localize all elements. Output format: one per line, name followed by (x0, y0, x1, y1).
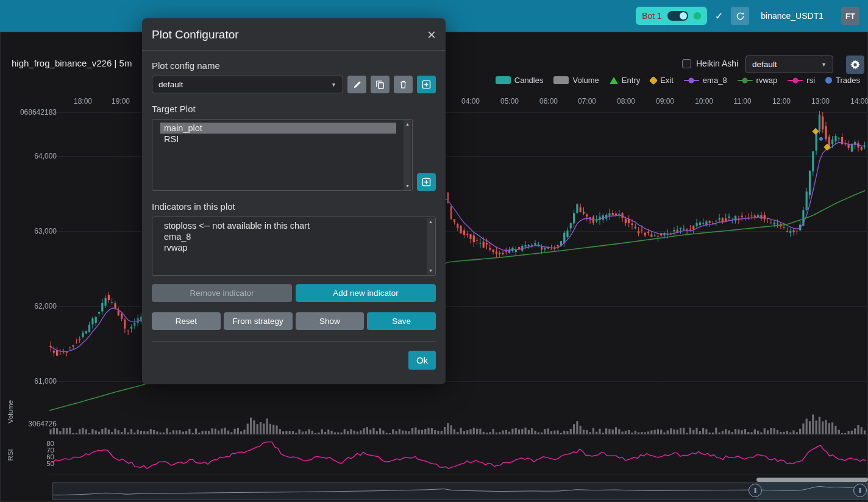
heikin-ashi-label: Heikin Ashi (696, 59, 738, 68)
config-name-value: default (158, 80, 183, 89)
x-axis-tick: 18:00 (74, 97, 92, 106)
bot-selector[interactable]: Bot 1 (636, 7, 707, 25)
Exit-marker (649, 76, 658, 84)
add-new-indicator-button[interactable]: Add new indicator (296, 284, 436, 302)
x-axis-tick: 13:00 (811, 97, 830, 106)
indicator-item[interactable]: ema_8 (160, 231, 419, 242)
horizontal-scrollbar-thumb[interactable] (756, 478, 868, 482)
plot-config-select[interactable]: default ▼ (745, 56, 833, 73)
scroll-up-icon[interactable]: ▲ (429, 220, 433, 224)
chart-title: high_frog_binance_v226 | 5m (12, 58, 132, 68)
y-axis-tick: 62,000 (1, 302, 57, 310)
pair-label: binance_USDT1 (761, 11, 824, 21)
list-scrollbar[interactable]: ▲ ▼ (427, 218, 435, 274)
x-axis-tick: 09:00 (656, 97, 674, 106)
plus-square-icon (422, 177, 431, 187)
rsi-axis-tick: 50 (1, 460, 54, 467)
ema_8-marker (684, 80, 699, 81)
duplicate-config-button[interactable] (371, 76, 390, 93)
from-strategy-button[interactable]: From strategy (224, 312, 293, 330)
refresh-icon (736, 12, 745, 21)
legend-label: Candles (514, 76, 544, 85)
check-icon: ✓ (715, 10, 723, 22)
indicator-item[interactable]: stoploss <-- not available in this chart (160, 220, 419, 231)
chart-legend: CandlesVolumeEntryExitema_8rvwaprsiTrade… (496, 76, 860, 85)
x-axis-tick: 12:00 (772, 97, 791, 106)
legend-label: Exit (660, 76, 674, 85)
x-axis-tick: 07:00 (578, 97, 596, 106)
legend-item-Exit[interactable]: Exit (650, 76, 674, 85)
scroll-up-icon[interactable]: ▲ (405, 122, 410, 126)
bot-online-dot (694, 12, 701, 20)
plot-settings-button[interactable] (846, 56, 864, 74)
rvwap-marker (738, 80, 753, 81)
scroll-down-icon[interactable]: ▼ (405, 184, 410, 188)
freqtrade-logo[interactable]: FT (841, 7, 859, 25)
heikin-ashi-checkbox[interactable] (682, 59, 691, 68)
datazoom-left-handle[interactable]: ‖ (749, 484, 762, 497)
Entry-marker (610, 77, 618, 84)
x-axis-tick: 11:00 (733, 97, 751, 106)
legend-label: Volume (572, 76, 599, 85)
legend-item-rvwap[interactable]: rvwap (738, 76, 778, 85)
save-button[interactable]: Save (367, 312, 436, 330)
legend-item-Candles[interactable]: Candles (496, 76, 544, 85)
close-icon[interactable]: × (427, 27, 436, 42)
Trades-marker (825, 77, 832, 84)
pencil-icon (353, 81, 361, 89)
legend-item-Trades[interactable]: Trades (825, 76, 860, 85)
y-axis-tick: 068642183 (1, 108, 57, 117)
x-axis-tick: 14:00 (850, 97, 868, 106)
legend-label: rvwap (756, 76, 778, 85)
legend-label: Entry (622, 76, 640, 85)
volume-axis-title: Volume (7, 400, 14, 423)
x-axis-tick: 10:00 (695, 97, 713, 106)
target-plot-item[interactable]: RSI (160, 134, 396, 145)
legend-item-ema_8[interactable]: ema_8 (684, 76, 727, 85)
legend-item-Entry[interactable]: Entry (610, 76, 640, 85)
x-axis-tick: 06:00 (539, 97, 558, 106)
config-name-select[interactable]: default ▼ (152, 76, 343, 93)
add-target-plot-button[interactable] (417, 173, 436, 191)
legend-label: Trades (836, 76, 860, 85)
x-axis-tick: 05:00 (500, 97, 519, 106)
y-axis-tick: 63,000 (1, 227, 57, 235)
legend-item-Volume[interactable]: Volume (553, 76, 599, 85)
chevron-down-icon: ▼ (331, 82, 336, 88)
target-plot-list[interactable]: main_plotRSI ▲ ▼ (152, 119, 413, 191)
plot-configurator-dialog: Plot Configurator × Plot config name def… (142, 18, 446, 384)
indicator-item[interactable]: rvwap (160, 242, 419, 253)
show-button[interactable]: Show (296, 312, 365, 330)
list-scrollbar[interactable]: ▲ ▼ (404, 120, 411, 190)
x-axis-tick: 04:00 (461, 97, 480, 106)
target-plot-item[interactable]: main_plot (160, 123, 396, 134)
chevron-down-icon: ▼ (821, 62, 827, 68)
target-plot-label: Target Plot (152, 104, 436, 114)
datazoom-right-handle[interactable]: ‖ (853, 484, 867, 497)
gear-icon (850, 60, 860, 70)
bot-toggle[interactable] (667, 11, 688, 21)
legend-label: rsi (806, 76, 815, 85)
remove-indicator-button[interactable]: Remove indicator (152, 284, 292, 302)
Volume-marker (553, 76, 569, 84)
y-axis-tick: 64,000 (1, 152, 57, 160)
delete-config-button[interactable] (394, 76, 413, 93)
rsi-axis-title: RSI (7, 449, 14, 461)
bot-name-label: Bot 1 (642, 11, 662, 21)
reset-button[interactable]: Reset (152, 312, 221, 330)
ok-button[interactable]: Ok (408, 351, 436, 370)
add-config-button[interactable] (417, 76, 436, 93)
y-axis-tick: 61,000 (1, 377, 57, 385)
indicator-list[interactable]: stoploss <-- not available in this chart… (152, 217, 436, 276)
reload-button[interactable] (731, 7, 749, 25)
Candles-marker (496, 76, 511, 84)
x-axis-tick: 08:00 (617, 97, 635, 106)
indicators-label: Indicators in this plot (152, 201, 436, 212)
plot-config-value: default (752, 60, 777, 69)
edit-config-button[interactable] (347, 76, 366, 93)
plus-square-icon (422, 80, 431, 89)
legend-item-rsi[interactable]: rsi (788, 76, 815, 85)
scroll-down-icon[interactable]: ▼ (429, 268, 433, 273)
copy-icon (375, 80, 385, 89)
legend-label: ema_8 (703, 76, 727, 85)
